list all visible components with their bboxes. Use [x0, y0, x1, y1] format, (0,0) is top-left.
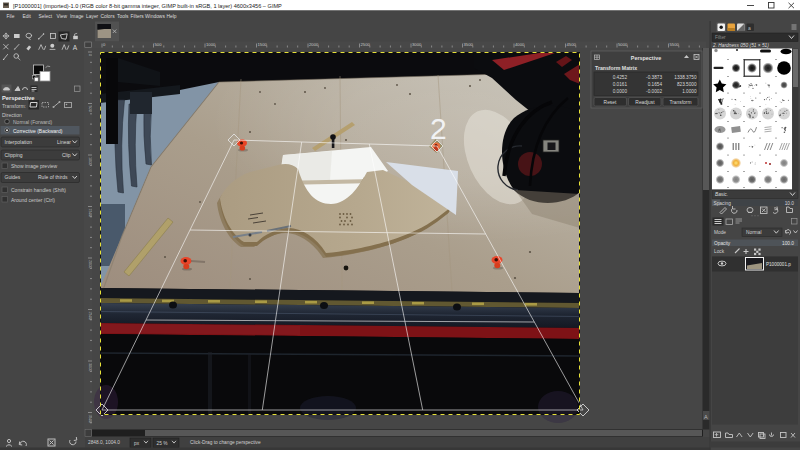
svg-text:10.0: 10.0	[785, 201, 795, 206]
svg-text:823.5000: 823.5000	[677, 82, 697, 87]
svg-text:Layer: Layer	[86, 14, 99, 19]
svg-text:Direction: Direction	[2, 112, 22, 118]
svg-text:Normal (Forward): Normal (Forward)	[13, 119, 53, 125]
svg-text:Filter: Filter	[715, 35, 726, 40]
svg-text:Transform Matrix: Transform Matrix	[595, 65, 637, 71]
svg-text:Clipping: Clipping	[5, 152, 23, 158]
svg-text:px: px	[134, 441, 140, 446]
svg-text:Colors: Colors	[101, 14, 116, 19]
svg-text:Constrain handles (Shift): Constrain handles (Shift)	[11, 187, 66, 193]
svg-text:2. Hardness 050 (51 × 51): 2. Hardness 050 (51 × 51)	[712, 43, 769, 48]
svg-text:2: 2	[430, 112, 447, 145]
svg-text:3500: 3500	[88, 415, 92, 423]
svg-text:5500: 5500	[670, 42, 680, 47]
svg-text:Opacity: Opacity	[714, 241, 731, 246]
svg-text:2000: 2000	[88, 260, 92, 268]
svg-text:A: A	[73, 44, 78, 51]
svg-text:Perspective: Perspective	[631, 55, 661, 61]
svg-text:[P1000001] (imported)-1.0 (RGB: [P1000001] (imported)-1.0 (RGB color 8-b…	[13, 3, 282, 9]
svg-text:Transform: Transform	[669, 100, 691, 105]
svg-text:Mode: Mode	[714, 230, 726, 235]
svg-text:3500: 3500	[464, 42, 474, 47]
svg-text:P1000001.p: P1000001.p	[766, 262, 791, 267]
svg-text:500: 500	[88, 106, 92, 112]
svg-text:Transform:: Transform:	[2, 103, 26, 109]
svg-text:0.0000: 0.0000	[613, 89, 628, 94]
svg-text:3000: 3000	[412, 42, 422, 47]
svg-text:100.0: 100.0	[782, 241, 794, 246]
svg-text:Lock: Lock	[714, 249, 725, 254]
svg-text:1500: 1500	[88, 209, 92, 217]
svg-text:Guides: Guides	[5, 174, 21, 180]
svg-text:Image: Image	[70, 14, 84, 19]
svg-text:500: 500	[155, 42, 163, 47]
svg-text:Edit: Edit	[23, 14, 32, 19]
svg-text:Filters: Filters	[131, 14, 145, 19]
svg-text:A: A	[704, 414, 708, 420]
svg-text:-0.0002: -0.0002	[646, 89, 662, 94]
svg-text:File: File	[7, 14, 15, 19]
svg-text:Corrective (Backward): Corrective (Backward)	[13, 128, 63, 134]
svg-text:2848.0, 1004.0: 2848.0, 1004.0	[88, 440, 120, 445]
svg-text:-0.3873: -0.3873	[646, 75, 662, 80]
svg-text:Spacing: Spacing	[714, 201, 732, 206]
svg-text:5000: 5000	[618, 42, 628, 47]
svg-text:Click-Drag to change perspecti: Click-Drag to change perspective	[190, 440, 261, 445]
svg-text:0: 0	[88, 54, 92, 56]
svg-text:Readjust: Readjust	[635, 100, 655, 105]
svg-text:Reset: Reset	[604, 100, 617, 105]
svg-text:Normal: Normal	[746, 230, 761, 235]
svg-text:a: a	[748, 25, 751, 31]
svg-text:1338.3750: 1338.3750	[674, 75, 697, 80]
svg-text:Help: Help	[167, 14, 177, 19]
svg-text:25 %: 25 %	[157, 441, 169, 446]
svg-text:Tools: Tools	[117, 14, 129, 19]
svg-text:0.0161: 0.0161	[613, 82, 628, 87]
svg-text:Linear: Linear	[57, 139, 71, 145]
svg-text:2500: 2500	[361, 42, 371, 47]
svg-text:Windows: Windows	[145, 14, 165, 19]
svg-text:0.4252: 0.4252	[613, 75, 628, 80]
svg-text:Around center (Ctrl): Around center (Ctrl)	[11, 197, 55, 203]
svg-text:View: View	[57, 14, 68, 19]
svg-text:Rule of thirds: Rule of thirds	[38, 174, 68, 180]
svg-text:2000: 2000	[309, 42, 319, 47]
svg-text:Select: Select	[39, 14, 53, 19]
svg-text:Basic.: Basic.	[715, 192, 728, 197]
svg-text:1000: 1000	[206, 42, 216, 47]
svg-text:2500: 2500	[88, 312, 92, 320]
svg-text:1.0000: 1.0000	[682, 89, 697, 94]
svg-text:Interpolation: Interpolation	[5, 139, 33, 145]
svg-text:Clip: Clip	[62, 152, 71, 158]
svg-text:1000: 1000	[88, 157, 92, 165]
svg-text:4500: 4500	[567, 42, 577, 47]
svg-text:Show image preview: Show image preview	[11, 163, 58, 169]
svg-text:3000: 3000	[88, 363, 92, 371]
svg-text:0.1654: 0.1654	[648, 82, 663, 87]
svg-text:4000: 4000	[515, 42, 525, 47]
svg-text:1500: 1500	[258, 42, 268, 47]
